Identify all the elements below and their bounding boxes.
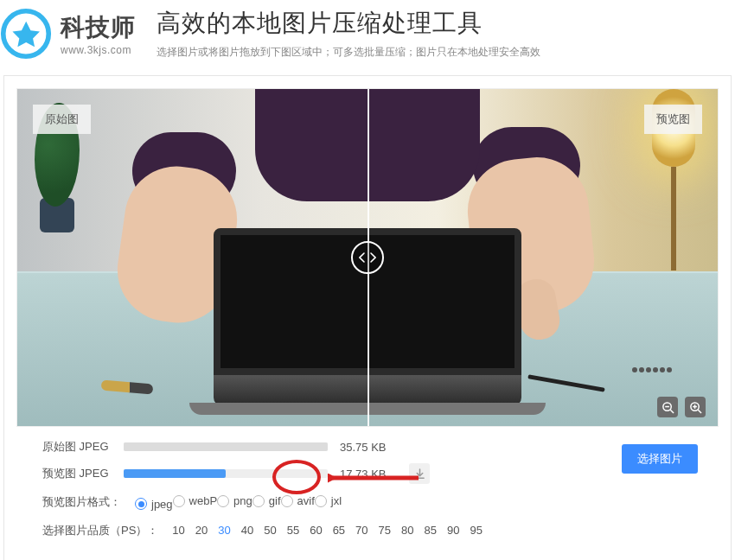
format-option-avif[interactable]: avif (281, 494, 315, 507)
compressor-card: 原始图 预览图 原始图 JPEG 35.75 KB 预览图 JPEG 17.73… (3, 75, 732, 560)
original-size-fill (124, 442, 328, 451)
original-size-bar (124, 442, 328, 451)
quality-option-75[interactable]: 75 (379, 524, 391, 537)
original-size-value: 35.75 KB (340, 441, 397, 454)
format-option-gif[interactable]: gif (252, 494, 281, 507)
site-logo (0, 8, 52, 60)
preview-size-row: 预览图 JPEG 17.73 KB (42, 463, 698, 484)
page-subtitle: 选择图片或将图片拖放到下图区域中；可多选批量压缩；图片只在本地处理安全高效 (157, 45, 540, 60)
format-option-webp[interactable]: webP (173, 494, 218, 507)
site-logo-text: 科技师 www.3kjs.com (61, 11, 136, 56)
quality-option-50[interactable]: 50 (264, 524, 276, 537)
svg-line-5 (698, 410, 701, 413)
original-size-row: 原始图 JPEG 35.75 KB (42, 439, 698, 455)
quality-option-40[interactable]: 40 (241, 524, 253, 537)
image-compare-area[interactable]: 原始图 预览图 (16, 88, 719, 427)
quality-option-90[interactable]: 90 (447, 524, 459, 537)
preview-size-fill (124, 469, 226, 478)
quality-option-10[interactable]: 10 (172, 524, 184, 537)
options-panel: 预览图片格式： jpegwebPpnggifavifjxl 选择图片品质（PS）… (42, 494, 698, 538)
zoom-in-button[interactable] (685, 397, 706, 417)
quality-option-55[interactable]: 55 (287, 524, 299, 537)
site-url: www.3kjs.com (61, 44, 136, 56)
quality-option-20[interactable]: 20 (195, 524, 208, 537)
select-image-button[interactable]: 选择图片 (622, 444, 698, 474)
zoom-out-button[interactable] (657, 397, 678, 417)
quality-option-95[interactable]: 95 (470, 524, 482, 537)
preview-size-value: 17.73 KB (340, 468, 397, 480)
title-block: 高效的本地图片压缩处理工具 选择图片或将图片拖放到下图区域中；可多选批量压缩；图… (157, 7, 540, 60)
compare-slider-handle[interactable] (351, 241, 384, 274)
quality-option-85[interactable]: 85 (425, 524, 437, 537)
quality-label: 选择图片品质（PS）： (42, 523, 158, 538)
page-title: 高效的本地图片压缩处理工具 (157, 7, 540, 40)
quality-option-70[interactable]: 70 (355, 524, 368, 537)
quality-option-60[interactable]: 60 (310, 524, 322, 537)
quality-option-30[interactable]: 30 (218, 524, 230, 537)
preview-size-bar (124, 469, 328, 478)
svg-line-2 (670, 410, 674, 413)
site-name: 科技师 (61, 11, 136, 44)
size-stats: 原始图 JPEG 35.75 KB 预览图 JPEG 17.73 KB 选择图片 (42, 439, 698, 484)
quality-option-65[interactable]: 65 (333, 524, 345, 537)
download-icon (414, 468, 425, 480)
format-label: 预览图片格式： (42, 494, 121, 510)
download-button[interactable] (409, 463, 430, 484)
preview-badge: 预览图 (644, 105, 702, 134)
quality-row: 选择图片品质（PS）： 1020304050556065707580859095 (42, 523, 698, 538)
quality-option-80[interactable]: 80 (401, 524, 413, 537)
format-option-jxl[interactable]: jxl (315, 494, 342, 507)
preview-size-label: 预览图 JPEG (42, 466, 112, 481)
original-size-label: 原始图 JPEG (42, 439, 112, 455)
original-badge: 原始图 (33, 105, 91, 134)
format-option-jpeg[interactable]: jpeg (135, 498, 173, 511)
page-header: 科技师 www.3kjs.com 高效的本地图片压缩处理工具 选择图片或将图片拖… (0, 0, 735, 75)
format-row: 预览图片格式： jpegwebPpnggifavifjxl (42, 494, 698, 511)
format-option-png[interactable]: png (217, 494, 252, 507)
zoom-controls (657, 397, 706, 417)
